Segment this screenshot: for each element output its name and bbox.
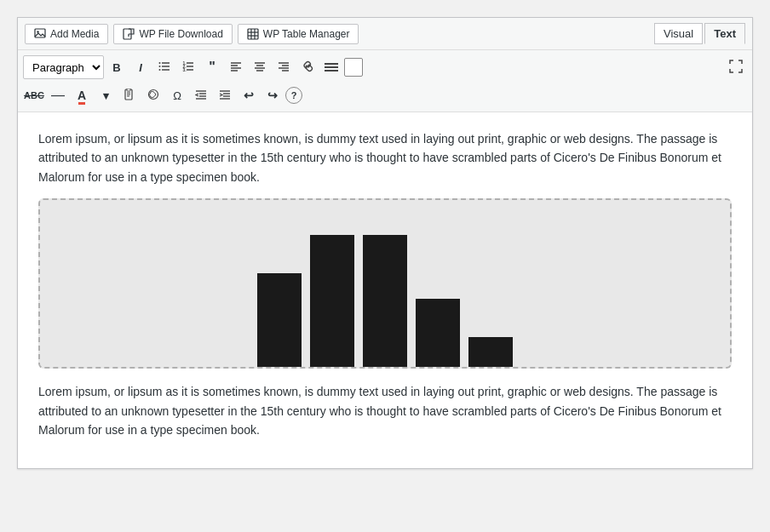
wp-file-download-icon xyxy=(123,28,135,40)
chart-bar xyxy=(468,337,513,367)
kitchen-sink-button[interactable] xyxy=(344,58,363,77)
visual-button[interactable]: Visual xyxy=(654,23,703,44)
more-button[interactable] xyxy=(320,56,342,78)
wp-file-download-button[interactable]: WP File Download xyxy=(113,24,232,44)
indent-button[interactable] xyxy=(214,84,236,106)
format-toolbar: Paragraph B I 1.2.3. " xyxy=(18,50,752,112)
ol-icon: 1.2.3. xyxy=(182,60,194,75)
svg-rect-35 xyxy=(325,70,338,72)
blockquote-button[interactable]: " xyxy=(201,56,223,78)
add-media-icon xyxy=(34,28,46,40)
wp-table-manager-button[interactable]: WP Table Manager xyxy=(238,24,359,44)
unordered-list-button[interactable] xyxy=(153,56,175,78)
svg-rect-37 xyxy=(127,89,130,91)
paragraph-select[interactable]: Paragraph xyxy=(23,55,104,79)
italic-button[interactable]: I xyxy=(129,56,152,78)
wp-file-download-label: WP File Download xyxy=(139,28,222,40)
fullscreen-button[interactable] xyxy=(725,56,747,78)
fullscreen-icon xyxy=(729,60,743,76)
undo-button[interactable]: ↩ xyxy=(238,84,260,106)
align-center-button[interactable] xyxy=(249,56,271,78)
svg-text:3.: 3. xyxy=(183,67,187,72)
paste-as-text-icon xyxy=(124,89,135,103)
chart-bar xyxy=(310,235,354,367)
visual-text-toggle: Visual Text xyxy=(654,23,745,44)
special-char-button[interactable]: Ω xyxy=(166,84,188,106)
bold-icon: B xyxy=(112,61,120,74)
chart-bar xyxy=(257,273,302,367)
chart-bar xyxy=(416,299,460,367)
align-right-button[interactable] xyxy=(273,56,295,78)
text-color-button[interactable]: A xyxy=(71,84,93,106)
editor-wrapper: Add Media WP File Download xyxy=(17,17,753,469)
indent-icon xyxy=(219,89,231,103)
help-button[interactable]: ? xyxy=(285,87,302,104)
format-toolbar-row2: ABC — A ▾ Ω xyxy=(23,83,747,108)
chart-bars xyxy=(257,235,513,367)
paste-as-text-button[interactable] xyxy=(118,84,141,106)
svg-rect-33 xyxy=(325,63,338,65)
chart-container xyxy=(38,198,732,369)
color-dropdown-button[interactable]: ▾ xyxy=(95,84,117,106)
outdent-button[interactable] xyxy=(190,84,212,106)
paragraph-1: Lorem ipsum, or lipsum as it is sometime… xyxy=(38,129,732,186)
toolbar-left: Add Media WP File Download xyxy=(25,24,359,44)
add-media-label: Add Media xyxy=(50,28,99,40)
text-color-icon: A xyxy=(78,89,86,102)
wp-table-manager-label: WP Table Manager xyxy=(263,28,350,40)
italic-icon: I xyxy=(139,61,142,74)
align-right-icon xyxy=(278,60,290,75)
svg-rect-34 xyxy=(325,66,338,68)
bold-button[interactable]: B xyxy=(106,56,128,78)
strikethrough-button[interactable]: ABC xyxy=(23,84,45,106)
svg-point-12 xyxy=(159,62,161,64)
svg-point-41 xyxy=(149,89,158,99)
color-dropdown-icon: ▾ xyxy=(103,89,109,102)
link-button[interactable] xyxy=(296,56,319,78)
format-toolbar-row1: Paragraph B I 1.2.3. " xyxy=(23,54,747,81)
svg-point-1 xyxy=(37,31,38,32)
more-icon xyxy=(325,61,338,74)
text-button[interactable]: Text xyxy=(704,23,745,44)
link-icon xyxy=(302,60,313,75)
align-left-icon xyxy=(230,60,242,75)
ordered-list-button[interactable]: 1.2.3. xyxy=(177,56,199,78)
paragraph-2: Lorem ipsum, or lipsum as it is sometime… xyxy=(38,382,732,439)
align-center-icon xyxy=(254,60,266,75)
top-toolbar: Add Media WP File Download xyxy=(18,18,752,50)
align-left-button[interactable] xyxy=(225,56,247,78)
outdent-icon xyxy=(195,89,207,103)
svg-point-14 xyxy=(159,69,161,71)
clear-formatting-button[interactable] xyxy=(142,84,164,106)
chart-bar xyxy=(363,235,407,367)
ul-icon xyxy=(158,60,170,75)
svg-rect-4 xyxy=(248,29,258,39)
svg-point-13 xyxy=(159,66,161,67)
redo-button[interactable]: ↪ xyxy=(261,84,284,106)
wp-table-manager-icon xyxy=(247,28,259,40)
horizontal-rule-button[interactable]: — xyxy=(47,84,69,106)
svg-rect-0 xyxy=(35,29,45,37)
add-media-button[interactable]: Add Media xyxy=(25,24,108,44)
editor-content[interactable]: Lorem ipsum, or lipsum as it is sometime… xyxy=(18,112,752,468)
clear-formatting-icon xyxy=(147,89,159,103)
